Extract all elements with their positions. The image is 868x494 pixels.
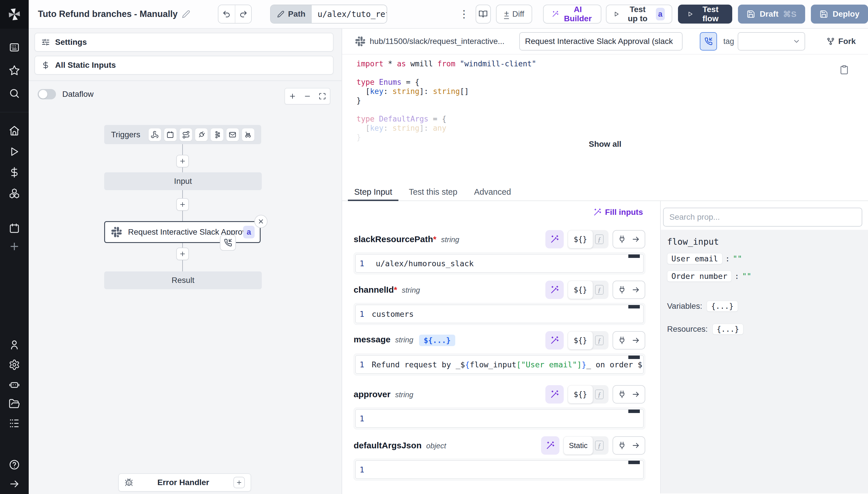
prop-key-chip[interactable]: User email xyxy=(667,253,723,264)
windmill-logo[interactable] xyxy=(0,0,29,29)
flow-settings-button[interactable]: Settings xyxy=(35,33,334,52)
path-label[interactable]: Path xyxy=(271,5,312,23)
prop-key-chip[interactable]: Order number xyxy=(667,270,732,282)
result-node[interactable]: Result xyxy=(104,271,262,289)
more-options-icon[interactable]: ⋮ xyxy=(459,5,469,23)
copy-code-icon[interactable] xyxy=(839,65,850,75)
field-editor[interactable]: 1 xyxy=(354,407,645,430)
path-value[interactable]: u/alex/tuto_refund_branches_ xyxy=(312,5,386,23)
poll-trigger-icon[interactable] xyxy=(242,128,255,141)
template-mode-button[interactable]: ${} xyxy=(568,230,593,248)
all-static-inputs-button[interactable]: All Static Inputs xyxy=(35,56,334,75)
javascript-mode-button[interactable]: ƒ xyxy=(593,388,606,401)
http-route-trigger-icon[interactable] xyxy=(179,128,192,141)
variables-icon[interactable] xyxy=(8,166,20,178)
ai-fill-field-button[interactable] xyxy=(545,281,564,299)
ai-fill-field-button[interactable] xyxy=(545,230,564,248)
undo-button[interactable] xyxy=(218,5,235,23)
tab-step-input[interactable]: Step Input xyxy=(348,183,398,201)
arrow-right-icon[interactable] xyxy=(631,336,640,345)
remove-step-button[interactable] xyxy=(254,215,268,228)
field-value[interactable]: customers xyxy=(372,310,414,319)
javascript-mode-button[interactable]: ƒ xyxy=(593,334,606,347)
insert-step-button[interactable] xyxy=(176,248,189,260)
suspend-phone-badge[interactable] xyxy=(220,235,236,251)
schedule-trigger-icon[interactable] xyxy=(164,128,177,141)
plug-icon[interactable] xyxy=(618,441,626,450)
diff-button[interactable]: ±Diff xyxy=(496,5,532,23)
email-trigger-icon[interactable] xyxy=(226,128,239,141)
variables-chip[interactable]: {...} xyxy=(707,301,738,311)
settings-gear-icon[interactable] xyxy=(8,359,20,371)
code-preview[interactable]: import * as wmill from "windmill-client"… xyxy=(342,55,868,183)
arrow-right-icon[interactable] xyxy=(631,441,640,450)
dataflow-toggle[interactable] xyxy=(38,89,56,99)
field-editor[interactable]: 1 u/alex/humorous_slack xyxy=(354,252,645,274)
arrow-right-icon[interactable] xyxy=(631,285,640,294)
ai-fill-field-button[interactable] xyxy=(545,385,564,403)
static-mode-button[interactable]: Static xyxy=(564,436,593,455)
zoom-in-icon[interactable] xyxy=(288,91,297,101)
template-mode-button[interactable]: ${} xyxy=(568,385,593,403)
kafka-trigger-icon[interactable] xyxy=(211,128,223,141)
favorites-star-icon[interactable] xyxy=(8,64,20,76)
resources-icon[interactable] xyxy=(8,187,20,199)
javascript-mode-button[interactable]: ƒ xyxy=(593,233,606,246)
template-mode-button[interactable]: ${} xyxy=(568,331,593,349)
error-handler-node[interactable]: Error Handler xyxy=(118,473,251,492)
fork-button[interactable]: Fork xyxy=(826,37,856,46)
template-mode-button[interactable]: ${} xyxy=(568,281,593,299)
workspace-apps-icon[interactable] xyxy=(8,41,20,53)
hub-script-path[interactable]: hub/11500/slack/request_interactive... xyxy=(370,37,515,46)
search-icon[interactable] xyxy=(8,87,20,99)
triggers-node[interactable]: Triggers xyxy=(104,125,261,144)
plug-icon[interactable] xyxy=(618,235,626,244)
groups-list-icon[interactable] xyxy=(8,417,20,430)
add-icon[interactable] xyxy=(8,241,20,252)
fill-inputs-button[interactable]: Fill inputs xyxy=(593,208,643,217)
draft-button[interactable]: Draft⌘S xyxy=(738,5,805,23)
plug-icon[interactable] xyxy=(618,285,626,294)
account-icon[interactable] xyxy=(8,339,20,351)
fit-view-icon[interactable] xyxy=(317,91,327,101)
plug-icon[interactable] xyxy=(618,390,626,399)
input-node[interactable]: Input xyxy=(104,172,262,190)
home-icon[interactable] xyxy=(8,125,20,137)
javascript-mode-button[interactable]: ƒ xyxy=(593,284,606,296)
insert-step-button[interactable] xyxy=(176,198,189,211)
deploy-button[interactable]: Deploy xyxy=(811,5,868,23)
test-flow-button[interactable]: Test flow xyxy=(678,5,732,23)
ai-fill-field-button[interactable] xyxy=(545,331,564,349)
workers-bot-icon[interactable] xyxy=(8,378,20,390)
expand-sidebar-icon[interactable] xyxy=(8,478,20,490)
edit-title-icon[interactable] xyxy=(182,10,190,18)
webhook-trigger-icon[interactable] xyxy=(149,128,161,141)
help-icon[interactable] xyxy=(8,459,20,471)
runs-icon[interactable] xyxy=(8,146,20,158)
add-error-handler-icon[interactable] xyxy=(233,477,245,488)
docs-book-button[interactable] xyxy=(476,5,491,23)
field-value[interactable]: Refund request by _${flow_input["User em… xyxy=(368,360,643,369)
redo-button[interactable] xyxy=(235,5,252,23)
test-up-to-button[interactable]: Test up toa xyxy=(606,5,672,23)
field-value[interactable]: u/alex/humorous_slack xyxy=(372,259,474,268)
javascript-mode-button[interactable]: ƒ xyxy=(593,439,606,452)
tab-test-this-step[interactable]: Test this step xyxy=(402,183,463,201)
arrow-right-icon[interactable] xyxy=(631,390,640,399)
ai-builder-button[interactable]: AI Builder xyxy=(543,5,601,23)
step-summary-input[interactable] xyxy=(519,32,683,51)
field-editor[interactable]: 1 xyxy=(354,459,645,480)
field-editor[interactable]: 1 customers xyxy=(354,303,645,325)
plug-icon[interactable] xyxy=(618,336,626,345)
schedules-icon[interactable] xyxy=(8,222,20,234)
slack-approval-step-node[interactable]: Request Interactive Slack Approval (... … xyxy=(104,221,261,243)
websocket-trigger-icon[interactable] xyxy=(195,128,208,141)
tab-advanced[interactable]: Advanced xyxy=(468,183,517,201)
insert-step-button[interactable] xyxy=(176,155,189,168)
path-control[interactable]: Path u/alex/tuto_refund_branches_ xyxy=(270,5,387,23)
resources-chip[interactable]: {...} xyxy=(712,324,744,335)
tag-select[interactable] xyxy=(738,32,805,51)
search-prop-input[interactable] xyxy=(663,208,862,227)
arrow-right-icon[interactable] xyxy=(631,235,640,244)
field-editor[interactable]: 1 Refund request by _${flow_input["User … xyxy=(354,354,645,375)
